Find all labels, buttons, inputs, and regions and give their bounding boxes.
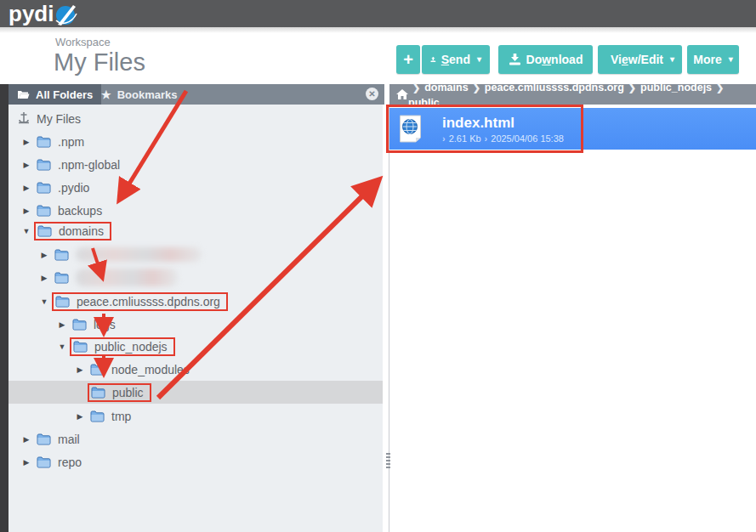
folder-icon [37,456,51,468]
expand-arrow-icon[interactable]: ▶ [21,138,31,146]
tree-node: domains [34,222,111,241]
breadcrumb-items: ❯domains❯peace.cmliussss.dpdns.org❯publi… [408,79,756,110]
tree-item-label: node_modules [111,363,190,376]
tree-item-public[interactable]: public [9,381,383,404]
tree-node: tmp [88,408,138,425]
breadcrumb-separator: ❯ [628,82,636,93]
more-label: More [693,53,721,66]
tree-item-label: My Files [37,112,81,126]
file-row-index-html[interactable]: index.html › 2.61 Kb › 2025/04/06 15:38 [389,108,756,150]
breadcrumb-separator: ❯ [473,82,480,93]
tree-item-backups[interactable]: ▶ backups [9,199,383,222]
expand-arrow-icon[interactable]: ▶ [21,458,31,467]
folder-icon [37,182,51,194]
expand-arrow-icon[interactable]: ▶ [21,435,31,444]
tree-item--npm-global[interactable]: ▶ .npm-global [9,153,383,176]
tree-item-my-files[interactable]: My Files [9,107,383,130]
redacted-label [76,269,178,286]
send-label: Send [441,53,470,66]
tree-node [52,246,208,263]
tree-item-repo[interactable]: ▶ repo [9,450,383,473]
folder-icon [90,410,105,422]
tab-bookmarks[interactable]: ★ Bookmarks [93,84,185,105]
send-button[interactable]: Send ▾ [422,45,490,74]
expand-arrow-icon[interactable]: ▶ [39,274,49,282]
file-date: 2025/04/06 15:38 [491,133,564,144]
expand-arrow-icon[interactable]: ▶ [21,207,31,215]
breadcrumb-item[interactable]: public [408,97,440,109]
collapse-arrow-icon[interactable]: ▼ [39,297,49,306]
left-edge-strip [0,84,9,532]
chevron-down-icon: ▾ [670,55,674,64]
folder-icon [73,341,88,353]
file-name: index.html [442,115,564,131]
close-panel-icon[interactable]: ✕ [366,88,378,100]
star-icon: ★ [101,88,111,101]
tree-node: public [88,383,151,402]
expand-arrow-icon[interactable]: ▶ [57,320,67,329]
more-button[interactable]: More ▾ [687,45,739,74]
folder-icon [37,225,52,237]
chevron-down-icon: ▾ [729,55,733,64]
tree-node: peace.cmliussss.dpdns.org [52,292,228,311]
view-edit-label: View/Edit [611,53,663,66]
folder-icon [55,296,70,308]
folder-icon [90,364,105,376]
create-new-button[interactable]: + [396,45,420,74]
folder-icon [37,205,51,217]
tree-item-label: peace.cmliussss.dpdns.org [77,295,220,308]
tree-item--pydio[interactable]: ▶ .pydio [9,176,383,199]
folder-icon [91,387,105,399]
tree-item-tmp[interactable]: ▶ tmp [9,405,383,427]
home-icon[interactable] [396,89,408,100]
breadcrumb-item[interactable]: domains [424,82,468,93]
tree-item--npm[interactable]: ▶ .npm [9,130,383,153]
expand-arrow-icon[interactable]: ▶ [21,184,31,192]
folder-icon [37,159,51,171]
tree-item-label: mail [58,433,80,446]
meta-separator: › [485,133,488,144]
file-info: index.html › 2.61 Kb › 2025/04/06 15:38 [442,115,564,144]
breadcrumb-item[interactable]: peace.cmliussss.dpdns.org [485,82,624,93]
download-label: Download [526,53,583,66]
tree-item-mail[interactable]: ▶ mail [9,427,383,450]
view-edit-button[interactable]: View/Edit ▾ [598,45,682,74]
tree-node: logs [70,316,122,333]
panel-resize-grip[interactable] [385,451,391,470]
tree-item-redacted[interactable]: ▶ [9,266,383,289]
folder-icon [37,136,51,148]
tree-node: repo [34,454,88,471]
breadcrumb-item[interactable]: public_nodejs [640,82,712,93]
collapse-arrow-icon[interactable]: ▼ [21,227,31,235]
tree-item-label: .npm-global [58,158,120,172]
tree-item-node-modules[interactable]: ▶ node_modules [9,358,383,381]
tree-item-redacted[interactable]: ▶ [9,243,383,266]
html-file-icon [399,115,422,143]
expand-arrow-icon[interactable]: ▶ [39,251,49,259]
tree-item-peace-cmliussss-dpdns-org[interactable]: ▼ peace.cmliussss.dpdns.org [9,290,383,313]
breadcrumb-separator: ❯ [412,82,420,93]
download-icon [509,54,521,65]
tree-node: node_modules [88,361,196,378]
expand-arrow-icon[interactable]: ▶ [21,161,31,169]
pydio-logo: pydi [9,0,78,27]
open-folder-icon [17,89,30,99]
meta-separator: › [442,133,446,144]
folder-tree-panel: My Files▶ .npm▶ .npm-global▶ .pydio▶ bac… [9,105,383,532]
tree-item-logs[interactable]: ▶ logs [9,313,383,336]
workspace-label: Workspace [55,36,111,48]
expand-arrow-icon[interactable]: ▶ [75,365,85,374]
tree-node: .npm-global [34,156,127,173]
pydio-logo-text: pydi [9,1,54,26]
expand-arrow-icon[interactable]: ▶ [75,412,85,421]
tree-node: .pydio [34,179,96,196]
tab-all-folders[interactable]: All Folders [9,84,101,105]
folder-icon [72,319,87,331]
download-button[interactable]: Download [498,45,593,74]
tree-item-domains[interactable]: ▼ domains [9,219,383,242]
tree-item-label: domains [59,224,104,238]
tree-item-label: repo [58,456,82,469]
collapse-arrow-icon[interactable]: ▼ [57,342,67,351]
tree-node: public_nodejs [70,337,175,356]
tree-item-public-nodejs[interactable]: ▼ public_nodejs [9,335,383,358]
